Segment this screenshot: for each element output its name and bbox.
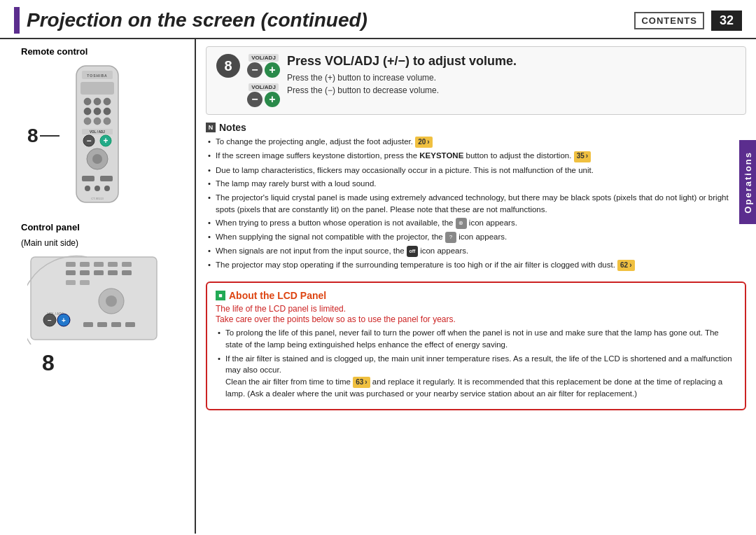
left-panel: Remote control 8 TOSHIBA [0,39,196,534]
notes-icon: N [206,123,216,132]
svg-text:TOSHIBA: TOSHIBA [87,74,107,78]
step-box: 8 VOL/ADJ − + VOL/ADJ − + [206,46,746,115]
svg-point-23 [85,186,90,191]
page-number: 32 [711,11,742,31]
contents-button[interactable]: CONTENTS [634,12,704,29]
vol-adj-group-1: VOL/ADJ − + [247,54,280,78]
notes-title: Notes [219,122,246,133]
right-panel: 8 VOL/ADJ − + VOL/ADJ − + [196,39,756,534]
svg-point-8 [94,108,101,115]
svg-text:+: + [103,136,108,146]
svg-text:−: − [48,317,52,324]
page-ref-63: 63 [353,377,370,388]
page-header: Projection on the screen (continued) CON… [0,0,756,39]
svg-rect-31 [108,262,118,267]
remote-control-image: TOSHIBA VOL / ADJ − [62,62,132,209]
svg-text:−: − [86,136,91,146]
vol-adj-icons: VOL/ADJ − + VOL/ADJ − + [247,54,280,107]
control-panel-label: Control panel [21,222,80,232]
svg-rect-50 [125,322,135,327]
step-content: Press VOL/ADJ (+/−) to adjust volume. Pr… [287,54,736,97]
svg-rect-39 [80,280,90,285]
remote-control-label: Remote control [21,46,88,57]
svg-rect-37 [122,270,132,275]
operations-tab: Operations [739,140,756,224]
svg-rect-49 [111,322,121,327]
lcd-warning2: Take care over the points below so as to… [216,314,736,324]
lcd-title: About the LCD Panel [229,290,326,301]
vol-adj-label-2: VOL/ADJ [248,83,279,91]
svg-rect-32 [122,262,132,267]
vol-plus-btn-1[interactable]: + [265,62,280,78]
vol-minus-btn-2[interactable]: − [247,92,262,107]
svg-point-24 [94,186,100,191]
step-title: Press VOL/ADJ (+/−) to adjust volume. [287,54,736,69]
list-item: Due to lamp characteristics, flickers ma… [206,165,746,176]
vol-adj-label-1: VOL/ADJ [248,54,279,62]
list-item: If the screen image suffers keystone dis… [206,150,746,162]
page-ref-20: 20 [415,137,432,148]
list-item: The projector may stop operating if the … [206,259,746,271]
unavailable-icon: ⊗ [456,218,467,229]
operations-label: Operations [743,151,753,214]
svg-text:+: + [62,317,66,324]
page-title: Projection on the screen (continued) [27,9,368,32]
step-number: 8 [216,54,240,78]
signal-icon: ? [445,232,456,243]
vol-plus-btn-2[interactable]: + [265,92,280,107]
svg-text:VOL / ADJ: VOL / ADJ [90,130,105,134]
lcd-panel-box: ■ About the LCD Panel The life of the LC… [206,282,746,410]
control-panel-image: VOL / ADJ − + [27,253,167,345]
svg-rect-29 [80,262,90,267]
svg-point-7 [84,108,91,115]
notes-header: N Notes [206,122,746,133]
notes-section: N Notes To change the projecting angle, … [206,122,746,273]
off-icon: off [407,246,418,257]
svg-point-6 [104,98,111,105]
svg-rect-34 [80,270,90,275]
svg-point-5 [94,98,101,105]
lcd-list: To prolong the life of this panel, never… [216,327,736,400]
list-item: If the air filter is stained and is clog… [216,353,736,400]
vol-minus-btn-1[interactable]: − [247,62,262,78]
svg-point-20 [92,154,102,164]
list-item: To change the projecting angle, adjust t… [206,136,746,148]
svg-rect-22 [100,176,113,181]
svg-point-41 [106,296,117,307]
list-item: When trying to press a button whose oper… [206,217,746,229]
title-accent-bar [14,7,20,34]
lcd-icon: ■ [216,291,225,300]
control-panel-sub: (Main unit side) [21,238,78,248]
svg-point-12 [104,118,111,125]
svg-point-11 [94,118,101,125]
page-ref-35: 35 [574,151,591,162]
svg-rect-48 [97,322,107,327]
lcd-header: ■ About the LCD Panel [216,290,736,301]
svg-point-25 [104,186,110,191]
svg-rect-38 [66,280,76,285]
step-desc-line2: Press the (−) button to decrease volume. [287,84,736,97]
svg-point-9 [104,108,111,115]
step-desc-line1: Press the (+) button to increase volume. [287,71,736,84]
svg-rect-47 [83,322,93,327]
svg-text:CT-90113: CT-90113 [91,197,104,200]
svg-rect-35 [94,270,104,275]
vol-adj-group-2: VOL/ADJ − + [247,83,280,107]
svg-rect-3 [80,82,114,95]
list-item: When signals are not input from the inpu… [206,245,746,257]
control-step-number: 8 [42,350,55,376]
svg-rect-28 [66,262,76,267]
list-item: The lamp may rarely burst with a loud so… [206,178,746,190]
notes-list: To change the projecting angle, adjust t… [206,136,746,271]
list-item: To prolong the life of this panel, never… [216,327,736,350]
list-item: The projector's liquid crystal panel is … [206,192,746,215]
lcd-warning1: The life of the LCD panel is limited. [216,304,736,314]
header-right: CONTENTS 32 [634,11,742,31]
main-layout: Remote control 8 TOSHIBA [0,39,756,534]
svg-rect-27 [31,257,157,340]
remote-step-number: 8 [27,125,38,147]
svg-point-10 [84,118,91,125]
svg-rect-33 [66,270,76,275]
list-item: When supplying the signal not compatible… [206,231,746,243]
page-ref-62: 62 [617,260,634,271]
